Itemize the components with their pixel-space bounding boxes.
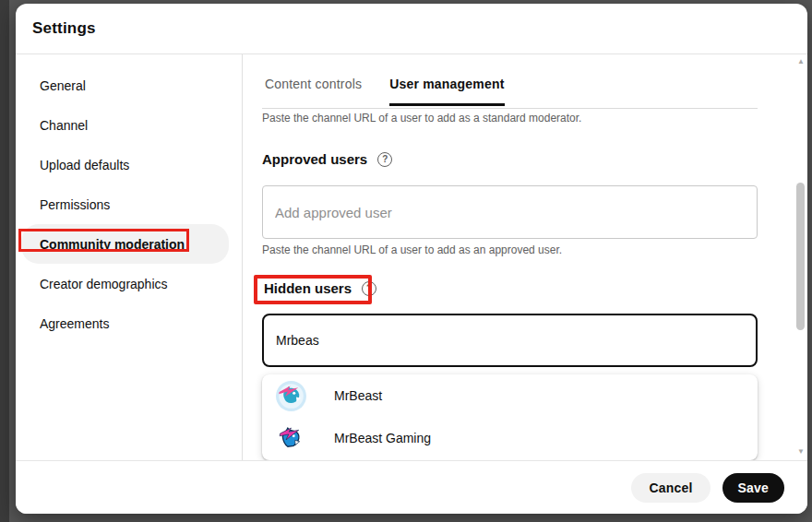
hidden-users-heading: Hidden users <box>264 280 352 296</box>
approved-users-heading: Approved users <box>262 151 367 167</box>
sidebar-item-permissions[interactable]: Permissions <box>16 184 242 224</box>
cancel-button[interactable]: Cancel <box>631 473 710 503</box>
hidden-user-input[interactable] <box>262 314 758 367</box>
scrollbar-thumb[interactable] <box>796 183 805 330</box>
suggestion-row-mrbeast-gaming[interactable]: MrBeast Gaming <box>262 417 758 459</box>
sidebar-item-general[interactable]: General <box>16 65 242 105</box>
dialog-header: Settings <box>16 4 807 54</box>
dialog-title: Settings <box>32 19 96 38</box>
approved-user-input[interactable] <box>262 185 758 239</box>
sidebar-item-channel[interactable]: Channel <box>16 105 242 145</box>
approved-helper-text: Paste the channel URL of a user to add a… <box>262 243 562 256</box>
approved-users-help-icon[interactable]: ? <box>377 152 392 167</box>
scrollbar-down-arrow-icon[interactable]: ▼ <box>794 448 808 456</box>
save-button[interactable]: Save <box>722 473 785 503</box>
suggestion-label: MrBeast Gaming <box>334 431 431 445</box>
sidebar-item-community-moderation[interactable]: Community moderation <box>21 224 229 264</box>
user-suggestions-dropdown: MrBeast MrBeast Gaming <box>262 374 758 460</box>
suggestion-row-mrbeast[interactable]: MrBeast <box>262 374 758 417</box>
settings-content: Content controls User management Paste t… <box>243 54 807 460</box>
mrbeast-avatar-icon <box>276 381 306 411</box>
hidden-users-help-icon[interactable]: ? <box>362 281 376 296</box>
mrbeast-gaming-avatar-icon <box>276 423 306 454</box>
sidebar-item-agreements[interactable]: Agreements <box>16 303 242 343</box>
settings-dialog: Settings General Channel Upload defaults… <box>16 4 807 514</box>
sidebar-item-upload-defaults[interactable]: Upload defaults <box>16 145 242 184</box>
dialog-body: General Channel Upload defaults Permissi… <box>16 54 807 460</box>
hidden-users-heading-row: Hidden users ? <box>264 280 376 296</box>
approved-users-heading-row: Approved users ? <box>262 151 392 167</box>
page-background-strip <box>0 0 9 522</box>
dialog-footer: Cancel Save <box>16 460 807 514</box>
moderators-helper-text: Paste the channel URL of a user to add a… <box>262 112 581 125</box>
tab-content-controls[interactable]: Content controls <box>265 62 362 106</box>
moderator-input-bottom-edge <box>262 108 758 109</box>
tab-bar: Content controls User management <box>243 54 807 106</box>
tab-user-management[interactable]: User management <box>389 62 504 106</box>
sidebar-item-creator-demographics[interactable]: Creator demographics <box>16 264 242 303</box>
suggestion-label: MrBeast <box>334 388 382 403</box>
settings-sidebar: General Channel Upload defaults Permissi… <box>16 54 243 460</box>
scrollbar-up-arrow-icon[interactable]: ▲ <box>794 58 808 65</box>
